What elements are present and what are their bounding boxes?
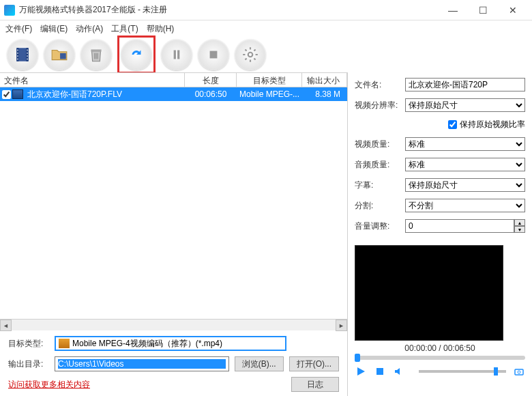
menu-edit[interactable]: 编辑(E)	[40, 23, 68, 35]
svg-rect-20	[376, 368, 383, 375]
output-dir-field[interactable]	[55, 356, 229, 371]
add-folder-button[interactable]	[44, 39, 75, 70]
svg-rect-21	[515, 369, 523, 375]
preview-stop-button[interactable]	[374, 365, 386, 378]
stop-button[interactable]	[198, 39, 229, 70]
target-type-value: Mobile MPEG-4视频编码（推荐）(*.mp4)	[72, 338, 282, 350]
volume-label: 音量调整:	[355, 221, 405, 232]
menu-tools[interactable]: 工具(T)	[111, 23, 138, 35]
split-select[interactable]: 不分割	[405, 199, 525, 212]
app-icon	[4, 5, 15, 16]
add-file-button[interactable]	[7, 39, 38, 70]
convert-button[interactable]	[121, 39, 152, 70]
output-dir-input[interactable]	[58, 359, 226, 369]
minimize-button[interactable]: —	[438, 1, 468, 20]
folder-film-icon	[50, 46, 68, 63]
spin-up[interactable]: ▲	[514, 219, 525, 226]
target-type-combo[interactable]: Mobile MPEG-4视频编码（推荐）(*.mp4)	[55, 336, 286, 351]
format-icon	[59, 339, 70, 348]
video-thumb-icon	[12, 89, 23, 99]
open-button[interactable]: 打开(O)...	[289, 356, 339, 371]
row-length: 00:06:50	[185, 89, 237, 99]
list-row[interactable]: 北京欢迎你-国语720P.FLV 00:06:50 Mobile MPEG-..…	[0, 87, 347, 101]
col-length[interactable]: 长度	[185, 73, 237, 87]
menu-file[interactable]: 文件(F)	[5, 23, 32, 35]
volume-knob[interactable]	[494, 367, 498, 376]
filename-label: 文件名:	[355, 79, 405, 91]
preview-seek-slider[interactable]	[355, 356, 525, 360]
trash-icon	[87, 46, 105, 63]
left-pane: 文件名 长度 目标类型 输出大小 北京欢迎你-国语720P.FLV 00:06:…	[0, 72, 348, 396]
svg-rect-10	[27, 58, 28, 59]
mute-button[interactable]	[393, 365, 405, 378]
pause-button[interactable]	[161, 39, 192, 70]
svg-rect-6	[17, 58, 18, 59]
audio-quality-select[interactable]: 标准	[405, 158, 525, 171]
subtitle-label: 字幕:	[355, 180, 405, 191]
spin-down[interactable]: ▼	[514, 226, 525, 233]
svg-point-22	[518, 371, 520, 373]
filename-input[interactable]	[405, 78, 525, 91]
file-list[interactable]: 北京欢迎你-国语720P.FLV 00:06:50 Mobile MPEG-..…	[0, 87, 347, 319]
horizontal-scrollbar[interactable]: ◄ ►	[0, 319, 347, 330]
video-quality-label: 视频质量:	[355, 139, 405, 150]
svg-rect-12	[91, 49, 101, 51]
preview-controls	[355, 365, 525, 378]
close-button[interactable]: ✕	[498, 1, 528, 20]
svg-rect-3	[17, 49, 18, 51]
browse-button[interactable]: 浏览(B)...	[235, 356, 284, 371]
delete-button[interactable]	[80, 39, 112, 70]
content: 文件名 长度 目标类型 输出大小 北京欢迎你-国语720P.FLV 00:06:…	[0, 72, 532, 396]
video-quality-select[interactable]: 标准	[405, 137, 525, 151]
output-dir-label: 输出目录:	[8, 358, 49, 370]
svg-rect-9	[27, 55, 28, 57]
scroll-left-arrow[interactable]: ◄	[0, 320, 12, 331]
menubar: 文件(F) 编辑(E) 动作(A) 工具(T) 帮助(H)	[0, 20, 532, 37]
window-title: 万能视频格式转换器2017全能版 - 未注册	[19, 4, 438, 16]
col-filename[interactable]: 文件名	[0, 73, 185, 87]
target-type-label: 目标类型:	[8, 338, 49, 350]
volume-spinner[interactable]: ▲ ▼	[405, 219, 525, 233]
split-label: 分割:	[355, 200, 405, 212]
col-target[interactable]: 目标类型	[237, 73, 302, 87]
svg-rect-5	[17, 55, 18, 57]
svg-rect-11	[60, 53, 66, 59]
pause-icon	[168, 46, 186, 63]
svg-rect-4	[17, 53, 18, 54]
resolution-select[interactable]: 保持原始尺寸	[405, 98, 525, 112]
col-size[interactable]: 输出大小	[302, 73, 347, 87]
film-strip-icon	[14, 46, 31, 63]
play-button[interactable]	[355, 365, 367, 378]
menu-action[interactable]: 动作(A)	[76, 23, 103, 35]
row-size: 8.38 M	[302, 89, 347, 99]
keep-ratio-checkbox[interactable]	[448, 120, 457, 129]
convert-arrow-icon	[128, 46, 145, 63]
menu-help[interactable]: 帮助(H)	[147, 23, 175, 35]
maximize-button[interactable]: ☐	[468, 1, 498, 20]
convert-highlight	[117, 36, 156, 74]
volume-slider[interactable]	[419, 370, 506, 373]
row-checkbox[interactable]	[2, 90, 11, 99]
gear-icon	[241, 46, 259, 63]
svg-point-19	[248, 53, 253, 57]
svg-rect-18	[210, 51, 218, 59]
scroll-track[interactable]	[12, 320, 336, 330]
svg-rect-7	[27, 49, 28, 51]
snapshot-button[interactable]	[513, 365, 525, 378]
row-target: Mobile MPEG-...	[237, 89, 302, 99]
stop-icon	[205, 46, 222, 63]
preview-time: 00:00:00 / 00:06:50	[355, 343, 525, 353]
preview-area	[355, 245, 503, 341]
svg-rect-17	[177, 51, 179, 59]
log-button[interactable]: 日志	[291, 377, 339, 392]
volume-input[interactable]	[405, 219, 514, 233]
keep-ratio-label: 保持原始视频比率	[460, 119, 525, 130]
subtitle-select[interactable]: 保持原始尺寸	[405, 178, 525, 192]
resolution-label: 视频分辨率:	[355, 100, 405, 111]
scroll-right-arrow[interactable]: ►	[336, 320, 347, 331]
more-link[interactable]: 访问获取更多相关内容	[8, 379, 90, 391]
seek-knob[interactable]	[355, 354, 360, 362]
settings-button[interactable]	[235, 39, 266, 70]
titlebar: 万能视频格式转换器2017全能版 - 未注册 — ☐ ✕	[0, 0, 532, 20]
toolbar	[0, 37, 532, 72]
